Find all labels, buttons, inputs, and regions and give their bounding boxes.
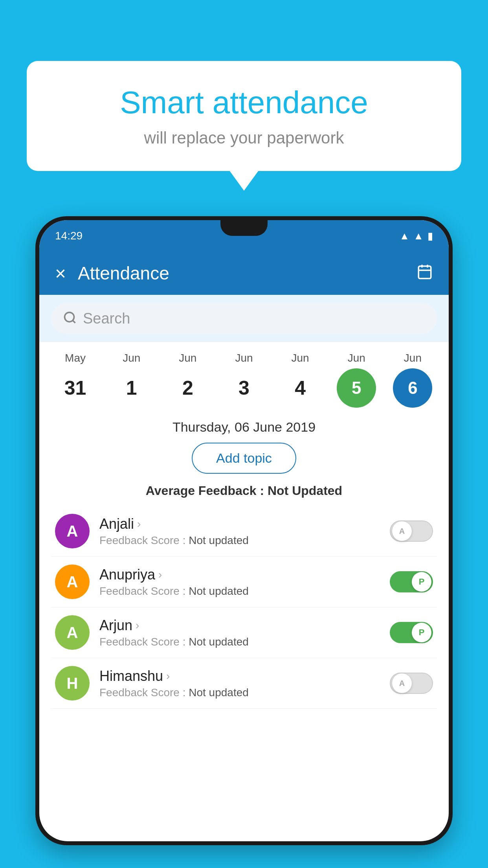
toggle-knob: A [392, 521, 412, 541]
list-item: HHimanshu ›Feedback Score : Not updatedA [51, 658, 437, 709]
phone-frame: 14:29 ▲ ▲ ▮ × Attendance [35, 216, 453, 845]
status-time: 14:29 [55, 230, 83, 242]
cal-date-number: 1 [112, 368, 151, 408]
calendar-day[interactable]: May31 [54, 352, 97, 408]
calendar-day[interactable]: Jun6 [391, 352, 434, 408]
chevron-right-icon: › [158, 568, 162, 581]
cal-date-number: 31 [56, 368, 95, 408]
status-bar: 14:29 ▲ ▲ ▮ [39, 220, 449, 252]
student-feedback: Feedback Score : Not updated [99, 636, 380, 648]
speech-bubble-subtitle: will replace your paperwork [58, 129, 430, 147]
calendar-icon[interactable] [416, 263, 433, 283]
list-item: AAnupriya ›Feedback Score : Not updatedP [51, 557, 437, 607]
student-info: Himanshu ›Feedback Score : Not updated [99, 668, 380, 699]
phone-screen: 14:29 ▲ ▲ ▮ × Attendance [39, 220, 449, 841]
feedback-value: Not updated [189, 636, 249, 648]
avatar: A [55, 514, 90, 548]
cal-date-number: 3 [224, 368, 264, 408]
attendance-toggle[interactable]: P [390, 571, 433, 592]
calendar-day[interactable]: Jun4 [279, 352, 322, 408]
attendance-toggle[interactable]: A [390, 520, 433, 542]
cal-month-label: Jun [179, 352, 196, 364]
student-name[interactable]: Arjun › [99, 617, 380, 634]
calendar-strip: May31Jun1Jun2Jun3Jun4Jun5Jun6 [39, 342, 449, 414]
toggle-knob: P [412, 623, 431, 642]
student-feedback: Feedback Score : Not updated [99, 686, 380, 699]
avatar: H [55, 666, 90, 701]
avatar: A [55, 565, 90, 599]
attendance-toggle[interactable]: P [390, 622, 433, 643]
app-bar: × Attendance [39, 252, 449, 295]
toggle-switch[interactable]: A [390, 673, 433, 694]
toggle-switch[interactable]: A [390, 520, 433, 542]
student-list: AAnjali ›Feedback Score : Not updatedAAA… [51, 506, 437, 709]
toggle-knob: A [392, 673, 412, 693]
search-container: Search [39, 295, 449, 342]
calendar-day[interactable]: Jun3 [222, 352, 266, 408]
add-topic-button[interactable]: Add topic [192, 443, 296, 474]
list-item: AAnjali ›Feedback Score : Not updatedA [51, 506, 437, 557]
avg-feedback-value: Not Updated [268, 484, 342, 498]
student-feedback: Feedback Score : Not updated [99, 585, 380, 598]
close-button[interactable]: × [55, 263, 66, 284]
speech-bubble-container: Smart attendance will replace your paper… [27, 61, 461, 171]
avg-feedback-label: Average Feedback : [146, 484, 264, 498]
app-bar-title: Attendance [78, 263, 405, 284]
calendar-day[interactable]: Jun5 [335, 352, 378, 408]
feedback-value: Not updated [189, 686, 249, 699]
cal-date-number: 5 [337, 368, 376, 408]
cal-month-label: Jun [235, 352, 253, 364]
cal-month-label: May [65, 352, 86, 364]
average-feedback: Average Feedback : Not Updated [51, 484, 437, 498]
speech-bubble: Smart attendance will replace your paper… [27, 61, 461, 171]
student-info: Arjun ›Feedback Score : Not updated [99, 617, 380, 648]
chevron-right-icon: › [136, 619, 139, 632]
selected-date: Thursday, 06 June 2019 [51, 419, 437, 435]
student-info: Anjali ›Feedback Score : Not updated [99, 516, 380, 547]
toggle-knob: P [412, 572, 431, 592]
calendar-day[interactable]: Jun2 [166, 352, 209, 408]
wifi-icon: ▲ [400, 230, 410, 242]
chevron-right-icon: › [166, 670, 170, 682]
student-feedback: Feedback Score : Not updated [99, 534, 380, 547]
search-bar[interactable]: Search [51, 303, 437, 334]
search-input-placeholder: Search [83, 310, 130, 327]
list-item: AArjun ›Feedback Score : Not updatedP [51, 607, 437, 658]
chevron-right-icon: › [137, 518, 141, 530]
battery-icon: ▮ [427, 230, 433, 242]
avatar: A [55, 615, 90, 650]
signal-icon: ▲ [413, 230, 424, 242]
attendance-toggle[interactable]: A [390, 673, 433, 694]
feedback-value: Not updated [189, 585, 249, 597]
cal-month-label: Jun [348, 352, 365, 364]
svg-point-4 [65, 313, 74, 322]
student-name[interactable]: Himanshu › [99, 668, 380, 684]
cal-date-number: 6 [393, 368, 432, 408]
search-icon [63, 311, 77, 326]
svg-line-5 [73, 320, 75, 323]
cal-month-label: Jun [123, 352, 140, 364]
content-area: Thursday, 06 June 2019 Add topic Average… [39, 414, 449, 715]
student-name[interactable]: Anjali › [99, 516, 380, 532]
cal-month-label: Jun [292, 352, 309, 364]
toggle-switch[interactable]: P [390, 622, 433, 643]
speech-bubble-title: Smart attendance [58, 85, 430, 121]
student-info: Anupriya ›Feedback Score : Not updated [99, 566, 380, 598]
cal-date-number: 2 [168, 368, 207, 408]
feedback-value: Not updated [189, 534, 249, 546]
cal-month-label: Jun [404, 352, 422, 364]
student-name[interactable]: Anupriya › [99, 566, 380, 583]
status-icons: ▲ ▲ ▮ [400, 230, 433, 242]
toggle-switch[interactable]: P [390, 571, 433, 592]
cal-date-number: 4 [281, 368, 320, 408]
svg-rect-0 [418, 266, 431, 279]
phone-notch [220, 220, 268, 236]
calendar-day[interactable]: Jun1 [110, 352, 153, 408]
